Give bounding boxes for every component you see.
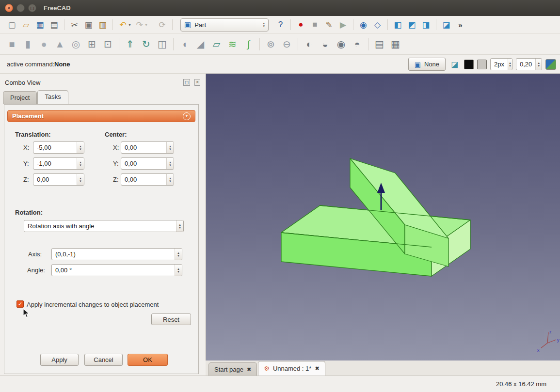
spinner-buttons[interactable]: ▴▾: [535, 59, 542, 70]
spinner-buttons[interactable]: ▴▾: [166, 174, 174, 185]
spinner-buttons[interactable]: ▴▾: [166, 158, 174, 169]
spinner-buttons[interactable]: ▴▾: [77, 142, 84, 153]
angle-input[interactable]: 0,00 ° ▴▾: [51, 264, 182, 276]
boolean-icon[interactable]: ◐: [301, 37, 317, 52]
loft-icon[interactable]: ≋: [224, 37, 240, 52]
tab-project[interactable]: Project: [3, 91, 37, 104]
translation-y-input[interactable]: -1,00 ▴▾: [33, 157, 84, 170]
close-panel-icon[interactable]: ×: [194, 79, 200, 86]
whats-this-icon[interactable]: ?: [273, 18, 288, 31]
macro-edit-icon[interactable]: ✎: [322, 18, 336, 31]
extrude-icon[interactable]: ⇑: [122, 37, 138, 52]
section-icon[interactable]: ▤: [371, 37, 387, 52]
fit-all-icon[interactable]: ◉: [356, 18, 370, 31]
tab-unnamed-document[interactable]: ⚙ Unnamed : 1* ✖: [258, 361, 325, 376]
view-right-icon[interactable]: ◨: [419, 18, 433, 31]
view-front-icon[interactable]: ◧: [391, 18, 405, 31]
refresh-icon[interactable]: ⟳: [155, 18, 169, 31]
chamfer-icon[interactable]: ◢: [192, 37, 208, 52]
rotation-mode-select[interactable]: Rotation axis with angle ▴▾: [24, 220, 184, 232]
view-top-icon[interactable]: ◩: [405, 18, 419, 31]
translation-z-label: Z:: [23, 176, 29, 183]
offset-icon[interactable]: ⊚: [263, 37, 279, 52]
print-icon[interactable]: ▤: [47, 18, 61, 31]
cylinder-icon[interactable]: ▮: [20, 37, 36, 52]
line-width-input[interactable]: 2px ▴▾: [490, 58, 512, 70]
copy-icon[interactable]: ▣: [81, 18, 96, 31]
open-folder-icon[interactable]: ▱: [19, 18, 33, 31]
redo-caret[interactable]: ▾: [144, 18, 149, 31]
macro-record-icon[interactable]: ●: [294, 18, 308, 31]
ok-button[interactable]: OK: [128, 354, 168, 366]
cut-boolean-icon[interactable]: ◒: [317, 37, 333, 52]
box-icon[interactable]: ■: [4, 37, 20, 52]
combo-arrows-icon[interactable]: ▴▾: [176, 220, 183, 232]
separator: [368, 38, 368, 50]
construction-mode-icon[interactable]: [545, 59, 556, 70]
center-z-input[interactable]: 0,00 ▴▾: [121, 173, 174, 186]
incremental-checkbox[interactable]: ✓: [16, 300, 24, 308]
create-primitives-icon[interactable]: ⊞: [84, 37, 100, 52]
window-minimize-button[interactable]: −: [16, 4, 25, 12]
undo-caret[interactable]: ▾: [127, 18, 132, 31]
text-scale-input[interactable]: 0,20 ▴▾: [516, 58, 542, 70]
placement-section-header[interactable]: Placement ▾: [7, 110, 195, 122]
intersection-icon[interactable]: ◓: [349, 37, 365, 52]
center-y-input[interactable]: 0,00 ▴▾: [121, 157, 174, 170]
thickness-icon[interactable]: ⊖: [279, 37, 295, 52]
new-file-icon[interactable]: ▢: [5, 18, 19, 31]
workbench-selector[interactable]: ▣ Part ▴▾: [180, 18, 269, 31]
translation-x-input[interactable]: -5,00 ▴▾: [33, 141, 84, 154]
window-close-button[interactable]: ×: [5, 4, 13, 12]
view-isometric-icon[interactable]: ◪: [439, 18, 453, 31]
save-icon[interactable]: ▦: [33, 18, 47, 31]
cone-icon[interactable]: ▲: [52, 37, 68, 52]
collapse-icon[interactable]: ▾: [183, 112, 191, 120]
text-scale-value[interactable]: 0,20: [516, 61, 535, 68]
spinner-buttons[interactable]: ▴▾: [175, 265, 182, 276]
3d-viewport[interactable]: z y x: [206, 74, 560, 361]
fillet-icon[interactable]: ◖: [176, 37, 192, 52]
paste-icon[interactable]: ▥: [96, 18, 110, 31]
sweep-icon[interactable]: ∫: [240, 37, 256, 52]
center-x-input[interactable]: 0,00 ▴▾: [121, 141, 174, 154]
cancel-button[interactable]: Cancel: [84, 354, 123, 366]
torus-icon[interactable]: ◎: [68, 37, 84, 52]
revolve-icon[interactable]: ↻: [138, 37, 154, 52]
spinner-buttons[interactable]: ▴▾: [77, 174, 84, 185]
toolbar-overflow[interactable]: »: [453, 18, 467, 31]
navigation-axis-indicator: z y x: [537, 329, 560, 353]
translation-z-input[interactable]: 0,00 ▴▾: [33, 173, 84, 186]
axonometric-view-icon[interactable]: ◇: [370, 18, 384, 31]
shape-builder-icon[interactable]: ⊡: [100, 37, 116, 52]
macro-play-icon[interactable]: ▶: [336, 18, 350, 31]
compound-icon[interactable]: ▦: [387, 37, 403, 52]
macro-stop-icon[interactable]: ■: [308, 18, 322, 31]
spinner-buttons[interactable]: ▴▾: [508, 59, 512, 70]
union-icon[interactable]: ◉: [333, 37, 349, 52]
part-model-3d[interactable]: [281, 158, 470, 276]
ruled-surface-icon[interactable]: ▱: [208, 37, 224, 52]
tab-tasks[interactable]: Tasks: [37, 90, 68, 104]
apply-button[interactable]: Apply: [40, 354, 79, 366]
separator: [298, 38, 298, 50]
window-maximize-button[interactable]: ◻: [28, 4, 36, 12]
combo-arrows-icon[interactable]: ▴▾: [263, 22, 265, 28]
autogroup-button[interactable]: ▣ None: [408, 58, 446, 71]
draw-style-icon[interactable]: ◪: [449, 58, 461, 71]
sphere-icon[interactable]: ●: [36, 37, 52, 52]
close-tab-icon[interactable]: ✖: [247, 366, 251, 373]
float-panel-icon[interactable]: ◻: [183, 79, 190, 86]
close-tab-icon[interactable]: ✖: [315, 365, 319, 372]
cut-icon[interactable]: ✂: [67, 18, 81, 31]
face-color-swatch[interactable]: [477, 60, 487, 69]
axis-select[interactable]: (0,0,-1) ▴▾: [51, 248, 182, 260]
mirror-icon[interactable]: ◫: [154, 37, 170, 52]
tab-start-page[interactable]: Start page ✖: [208, 362, 257, 376]
line-width-value[interactable]: 2px: [491, 61, 508, 68]
spinner-buttons[interactable]: ▴▾: [77, 158, 84, 169]
reset-button[interactable]: Reset: [151, 314, 191, 325]
spinner-buttons[interactable]: ▴▾: [166, 142, 174, 153]
line-color-swatch[interactable]: [464, 60, 474, 69]
combo-arrows-icon[interactable]: ▴▾: [175, 249, 182, 260]
